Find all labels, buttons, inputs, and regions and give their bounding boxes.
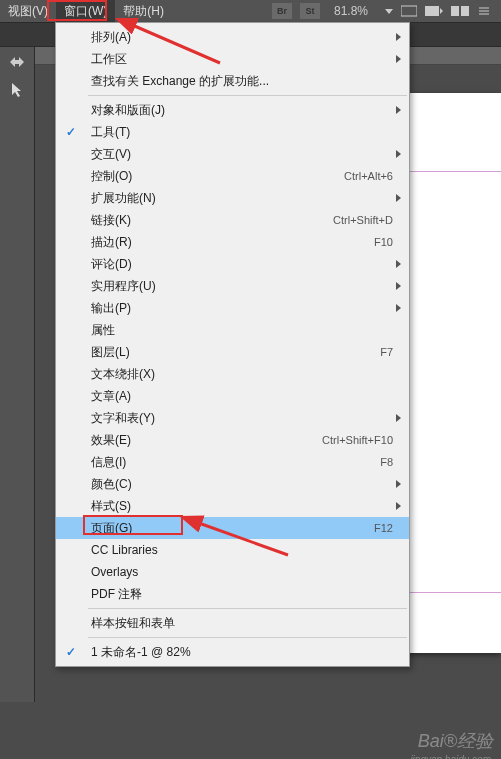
submenu-arrow-icon — [396, 55, 401, 63]
svg-rect-1 — [425, 6, 439, 16]
menu-item-a[interactable]: 排列(A) — [56, 26, 409, 48]
menu-item-label: 文章(A) — [91, 388, 393, 405]
menu-item-shortcut: Ctrl+Shift+D — [333, 214, 393, 226]
menu-item-y[interactable]: 文字和表(Y) — [56, 407, 409, 429]
menu-item-t[interactable]: ✓工具(T) — [56, 121, 409, 143]
menu-item-1182[interactable]: ✓1 未命名-1 @ 82% — [56, 641, 409, 663]
submenu-arrow-icon — [396, 150, 401, 158]
chevron-down-icon[interactable] — [385, 9, 393, 14]
menu-item-[interactable]: 样本按钮和表单 — [56, 612, 409, 634]
menu-item-label: 样式(S) — [91, 498, 393, 515]
menu-item-o[interactable]: 控制(O)Ctrl+Alt+6 — [56, 165, 409, 187]
menu-item-label: 描边(R) — [91, 234, 374, 251]
menu-window[interactable]: 窗口(W) — [56, 0, 115, 23]
menu-item-shortcut: F8 — [380, 456, 393, 468]
tools-panel — [0, 47, 35, 702]
bridge-icon[interactable]: Br — [272, 3, 292, 19]
menu-help[interactable]: 帮助(H) — [115, 0, 172, 23]
menu-item-label: 信息(I) — [91, 454, 380, 471]
menu-item-j[interactable]: 对象和版面(J) — [56, 99, 409, 121]
menu-item-label: 文本绕排(X) — [91, 366, 393, 383]
viewmode-icon[interactable] — [401, 4, 417, 18]
menu-item-label: PDF 注释 — [91, 586, 393, 603]
window-menu-dropdown: 排列(A)工作区查找有关 Exchange 的扩展功能...对象和版面(J)✓工… — [55, 22, 410, 667]
submenu-arrow-icon — [396, 106, 401, 114]
selection-tool-icon[interactable] — [1, 77, 33, 103]
menu-item-label: 图层(L) — [91, 344, 380, 361]
more-icon[interactable] — [477, 4, 491, 18]
stock-icon[interactable]: St — [300, 3, 320, 19]
menu-view[interactable]: 视图(V) — [0, 0, 56, 23]
menu-item-label: 工作区 — [91, 51, 393, 68]
submenu-arrow-icon — [396, 33, 401, 41]
menu-item-shortcut: Ctrl+Shift+F10 — [322, 434, 393, 446]
menu-item-s[interactable]: 样式(S) — [56, 495, 409, 517]
menu-item-label: 实用程序(U) — [91, 278, 393, 295]
screenmode-icon[interactable] — [425, 4, 443, 18]
menu-item-p[interactable]: 输出(P) — [56, 297, 409, 319]
menu-item-e[interactable]: 效果(E)Ctrl+Shift+F10 — [56, 429, 409, 451]
menu-item-shortcut: Ctrl+Alt+6 — [344, 170, 393, 182]
menu-item-overlays[interactable]: Overlays — [56, 561, 409, 583]
menu-item-label: 输出(P) — [91, 300, 393, 317]
menu-item-d[interactable]: 评论(D) — [56, 253, 409, 275]
menu-item-x[interactable]: 文本绕排(X) — [56, 363, 409, 385]
menu-item-n[interactable]: 扩展功能(N) — [56, 187, 409, 209]
check-icon: ✓ — [66, 125, 76, 139]
watermark-sub: jingyan.baidu.com — [410, 754, 491, 759]
menu-item-pdf[interactable]: PDF 注释 — [56, 583, 409, 605]
menu-item-label: 1 未命名-1 @ 82% — [91, 644, 393, 661]
menu-item-label: 工具(T) — [91, 124, 393, 141]
submenu-arrow-icon — [396, 480, 401, 488]
menu-item-label: 对象和版面(J) — [91, 102, 393, 119]
watermark: Bai®经验 — [418, 729, 493, 753]
menu-item-g[interactable]: 页面(G)F12 — [56, 517, 409, 539]
tool-toggle-icon[interactable] — [1, 49, 33, 75]
menu-separator — [88, 95, 407, 96]
submenu-arrow-icon — [396, 304, 401, 312]
menu-item-i[interactable]: 信息(I)F8 — [56, 451, 409, 473]
check-icon: ✓ — [66, 645, 76, 659]
menu-item-v[interactable]: 交互(V) — [56, 143, 409, 165]
submenu-arrow-icon — [396, 194, 401, 202]
menubar: 视图(V) 窗口(W) 帮助(H) Br St 81.8% — [0, 0, 501, 22]
menu-item-label: 扩展功能(N) — [91, 190, 393, 207]
menu-item-exchange[interactable]: 查找有关 Exchange 的扩展功能... — [56, 70, 409, 92]
zoom-level[interactable]: 81.8% — [334, 4, 368, 18]
svg-rect-3 — [461, 6, 469, 16]
menu-item-[interactable]: 属性 — [56, 319, 409, 341]
menu-item-label: 链接(K) — [91, 212, 333, 229]
menu-item-shortcut: F10 — [374, 236, 393, 248]
menu-item-k[interactable]: 链接(K)Ctrl+Shift+D — [56, 209, 409, 231]
menu-item-label: 评论(D) — [91, 256, 393, 273]
menu-item-l[interactable]: 图层(L)F7 — [56, 341, 409, 363]
menu-item-label: 样本按钮和表单 — [91, 615, 393, 632]
menu-item-a[interactable]: 文章(A) — [56, 385, 409, 407]
menu-item-label: 排列(A) — [91, 29, 393, 46]
menu-item-label: 颜色(C) — [91, 476, 393, 493]
menu-item-label: 效果(E) — [91, 432, 322, 449]
menu-item-label: 页面(G) — [91, 520, 374, 537]
menu-item-label: 属性 — [91, 322, 393, 339]
submenu-arrow-icon — [396, 414, 401, 422]
menu-item-label: Overlays — [91, 565, 393, 579]
menu-item-c[interactable]: 颜色(C) — [56, 473, 409, 495]
menu-item-cclibraries[interactable]: CC Libraries — [56, 539, 409, 561]
submenu-arrow-icon — [396, 260, 401, 268]
menu-item-u[interactable]: 实用程序(U) — [56, 275, 409, 297]
menu-item-label: CC Libraries — [91, 543, 393, 557]
svg-rect-2 — [451, 6, 459, 16]
menu-item-label: 交互(V) — [91, 146, 393, 163]
menu-separator — [88, 608, 407, 609]
menu-item-label: 查找有关 Exchange 的扩展功能... — [91, 73, 393, 90]
submenu-arrow-icon — [396, 282, 401, 290]
menu-item-shortcut: F7 — [380, 346, 393, 358]
svg-rect-0 — [401, 6, 417, 16]
menu-separator — [88, 637, 407, 638]
menu-item-r[interactable]: 描边(R)F10 — [56, 231, 409, 253]
arrange-icon[interactable] — [451, 4, 469, 18]
menu-item-label: 文字和表(Y) — [91, 410, 393, 427]
watermark-text: Bai®经验 — [418, 729, 493, 753]
menu-item-shortcut: F12 — [374, 522, 393, 534]
menu-item-[interactable]: 工作区 — [56, 48, 409, 70]
